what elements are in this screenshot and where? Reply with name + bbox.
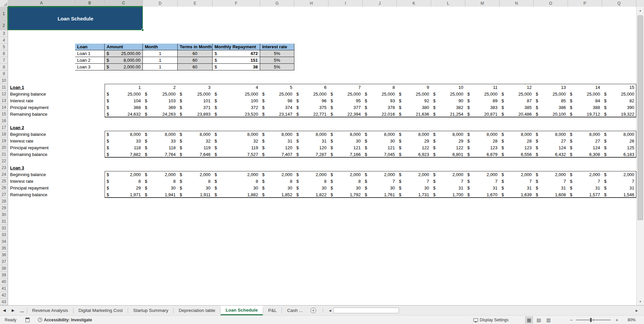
schedule-cell[interactable]: $2,000: [363, 171, 397, 178]
loan-row-label[interactable]: Remaining balance: [8, 191, 75, 198]
row-header-27[interactable]: 27: [0, 191, 8, 198]
row-header-16[interactable]: 16: [0, 117, 8, 124]
row-header-10[interactable]: 10: [0, 77, 8, 84]
schedule-cell[interactable]: $90: [431, 97, 465, 104]
column-header-K[interactable]: K: [397, 0, 431, 7]
schedule-cell[interactable]: $33: [105, 138, 143, 144]
row-header-31[interactable]: 31: [0, 218, 8, 225]
schedule-cell[interactable]: $31: [294, 138, 329, 144]
page-break-view-icon[interactable]: ▥: [544, 316, 552, 324]
row-header-32[interactable]: 32: [0, 225, 8, 231]
schedule-cell[interactable]: $21,636: [397, 111, 431, 117]
schedule-cell[interactable]: $1,761: [363, 191, 397, 198]
summary-month-cell[interactable]: 1: [143, 50, 178, 57]
schedule-cell[interactable]: $7,882: [105, 151, 143, 158]
schedule-cell[interactable]: $30: [178, 184, 213, 191]
month-header-cell[interactable]: 3: [178, 84, 213, 91]
schedule-cell[interactable]: $2,000: [329, 171, 363, 178]
schedule-cell[interactable]: $1,792: [329, 191, 363, 198]
schedule-cell[interactable]: $8,000: [260, 131, 294, 138]
horizontal-scroll-thumb[interactable]: [333, 308, 399, 313]
month-header-cell[interactable]: 1: [105, 84, 143, 91]
schedule-cell[interactable]: $369: [143, 104, 178, 111]
summary-amount-cell[interactable]: $25,000.00: [105, 50, 143, 57]
schedule-cell[interactable]: $1,911: [178, 191, 213, 198]
schedule-cell[interactable]: $8: [143, 178, 178, 184]
summary-rate-cell[interactable]: 5%: [260, 64, 294, 70]
loan-row-label[interactable]: Beginning balance: [8, 171, 75, 178]
summary-repayment-cell[interactable]: $38: [213, 64, 260, 70]
scroll-up-icon[interactable]: ▲: [637, 7, 644, 14]
schedule-cell[interactable]: $386: [534, 104, 568, 111]
row-header-1[interactable]: 1: [0, 7, 8, 21]
schedule-cell[interactable]: $7: [363, 178, 397, 184]
schedule-cell[interactable]: $29: [397, 138, 431, 144]
schedule-cell[interactable]: $2,000: [465, 171, 500, 178]
schedule-cell[interactable]: $8,000: [363, 131, 397, 138]
column-header-M[interactable]: M: [465, 0, 500, 7]
schedule-cell[interactable]: $121: [329, 144, 363, 151]
schedule-cell[interactable]: $31: [465, 184, 500, 191]
schedule-cell[interactable]: $8,000: [534, 131, 568, 138]
column-header-J[interactable]: J: [363, 0, 397, 7]
row-header-5[interactable]: 5: [0, 44, 8, 50]
schedule-cell[interactable]: $31: [568, 184, 602, 191]
schedule-cell[interactable]: $375: [294, 104, 329, 111]
row-header-41[interactable]: 41: [0, 285, 8, 292]
schedule-cell[interactable]: $8: [294, 178, 329, 184]
row-header-38[interactable]: 38: [0, 265, 8, 272]
month-header-cell[interactable]: 12: [500, 84, 534, 91]
summary-repayment-cell[interactable]: $472: [213, 50, 260, 57]
vertical-scroll-thumb[interactable]: [638, 15, 643, 220]
schedule-cell[interactable]: $31: [534, 184, 568, 191]
zoom-level[interactable]: 80%: [628, 316, 636, 324]
schedule-cell[interactable]: $7: [568, 178, 602, 184]
schedule-cell[interactable]: $1,941: [143, 191, 178, 198]
schedule-cell[interactable]: $119: [178, 144, 213, 151]
month-header-cell[interactable]: 15: [602, 84, 636, 91]
summary-header-4[interactable]: Terms in Month: [178, 44, 213, 50]
schedule-cell[interactable]: $1,577: [568, 191, 602, 198]
row-header-4[interactable]: 4: [0, 37, 8, 44]
schedule-cell[interactable]: $2,000: [602, 171, 636, 178]
loan-row-label[interactable]: Principal repayment: [8, 184, 75, 191]
schedule-cell[interactable]: $23,520: [213, 111, 260, 117]
schedule-cell[interactable]: $372: [213, 104, 260, 111]
schedule-cell[interactable]: $8,000: [500, 131, 534, 138]
column-header-I[interactable]: I: [329, 0, 363, 7]
row-header-25[interactable]: 25: [0, 178, 8, 184]
row-header-40[interactable]: 40: [0, 278, 8, 285]
summary-rate-cell[interactable]: 5%: [260, 50, 294, 57]
schedule-cell[interactable]: $30: [260, 184, 294, 191]
schedule-cell[interactable]: $22,016: [363, 111, 397, 117]
schedule-cell[interactable]: $124: [568, 144, 602, 151]
row-header-21[interactable]: 21: [0, 151, 8, 158]
row-header-6[interactable]: 6: [0, 50, 8, 57]
schedule-cell[interactable]: $1,731: [397, 191, 431, 198]
column-header-A[interactable]: A: [8, 0, 75, 7]
schedule-cell[interactable]: $8,000: [465, 131, 500, 138]
schedule-cell[interactable]: $2,000: [213, 171, 260, 178]
hscroll-right-icon[interactable]: ▶: [636, 306, 638, 316]
schedule-cell[interactable]: $118: [143, 144, 178, 151]
summary-repayment-cell[interactable]: $151: [213, 57, 260, 64]
schedule-cell[interactable]: $30: [143, 184, 178, 191]
schedule-cell[interactable]: $2,000: [431, 171, 465, 178]
loan-row-label[interactable]: Remaining balance: [8, 151, 75, 158]
loan-row-label[interactable]: Remaining balance: [8, 111, 75, 117]
schedule-cell[interactable]: $7: [431, 178, 465, 184]
loan-row-label[interactable]: Principal repayment: [8, 144, 75, 151]
schedule-cell[interactable]: $7: [602, 178, 636, 184]
schedule-cell[interactable]: $103: [143, 97, 178, 104]
column-header-Q[interactable]: Q: [602, 0, 636, 7]
row-header-13[interactable]: 13: [0, 97, 8, 104]
schedule-cell[interactable]: $8: [213, 178, 260, 184]
summary-amount-cell[interactable]: $2,000.00: [105, 64, 143, 70]
schedule-cell[interactable]: $2,000: [105, 171, 143, 178]
schedule-cell[interactable]: $27: [534, 138, 568, 144]
schedule-cell[interactable]: $1,700: [431, 191, 465, 198]
schedule-cell[interactable]: $8: [178, 178, 213, 184]
summary-amount-cell[interactable]: $8,000.00: [105, 57, 143, 64]
zoom-slider[interactable]: [576, 316, 611, 324]
month-header-cell[interactable]: 5: [260, 84, 294, 91]
